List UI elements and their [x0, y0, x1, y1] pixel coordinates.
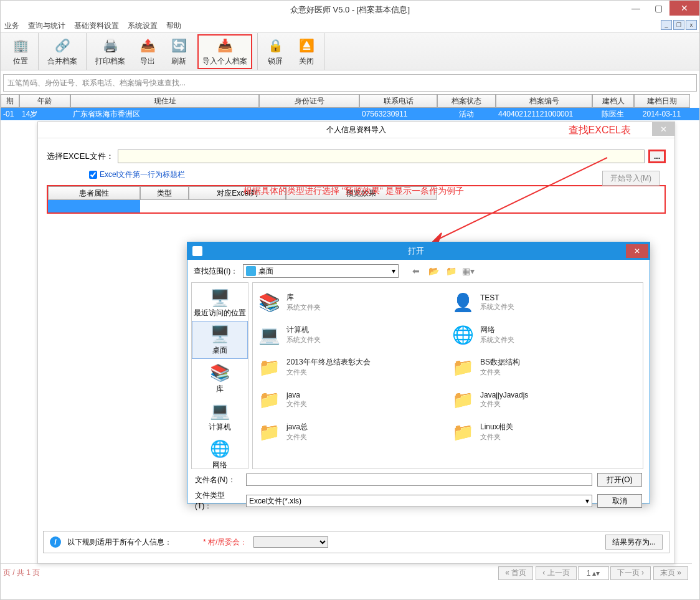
print-icon: 🖨️ [102, 37, 119, 54]
toolbar-lock-button[interactable]: 🔒锁屏 [263, 34, 288, 69]
file-open-titlebar: 打开 ✕ [187, 242, 650, 260]
pager-first-button[interactable]: « 首页 [498, 566, 533, 580]
pager-summary: 页 / 共 1 页 [3, 568, 497, 578]
file-open-dialog: 打开 ✕ 查找范围(I)： 桌面 ▾ ⬅ 📂 📁 ▦▾ 🖥️最近访问的位置 🖥️… [187, 242, 650, 503]
cancel-button[interactable]: 取消 [597, 494, 642, 508]
records-grid-row[interactable]: -01 14岁 广东省珠海市香洲区 07563230911 活动 4404021… [1, 108, 699, 120]
column-address[interactable]: 现住址 [70, 94, 259, 108]
column-creator[interactable]: 建档人 [592, 94, 634, 108]
merge-icon: 🔗 [54, 37, 71, 54]
pager-last-button[interactable]: 末页 » [653, 566, 688, 580]
toolbar-import-button[interactable]: 📥导入个人档案 [197, 34, 252, 69]
folder-icon: 📁 [257, 419, 281, 444]
toolbar-export-button[interactable]: 📤导出 [135, 34, 160, 69]
cell-create-date: 2014-03-11 [634, 108, 690, 120]
spinner-icon: ▴▾ [592, 569, 600, 578]
folder-icon: 📁 [450, 387, 475, 412]
cell-address: 广东省珠海市香洲区 [70, 108, 259, 120]
file-item[interactable]: 💻计算机系统文件夹 [257, 319, 445, 350]
file-item[interactable]: 📚库系统文件夹 [257, 287, 445, 318]
file-item[interactable]: 📁java文件夹 [257, 384, 445, 415]
info-icon: i [50, 536, 61, 548]
cell-age: 14岁 [19, 108, 70, 120]
mapping-col-type[interactable]: 类型 [140, 186, 189, 200]
sidebar-item-libraries[interactable]: 📚库 [192, 360, 248, 397]
column-archive-no[interactable]: 档案编号 [496, 94, 592, 108]
import-dialog-close-button[interactable]: ✕ [652, 122, 674, 136]
network-icon: 🌐 [450, 322, 475, 347]
column-period[interactable]: 期 [1, 94, 19, 108]
pager: 页 / 共 1 页 « 首页 ‹ 上一页 1▴▾ 下一页 › 末页 » [1, 563, 692, 582]
folder-icon: 📁 [257, 387, 281, 412]
quick-search-input[interactable]: 五笔简码、身份证号、联系电话、档案编号快速查找... [3, 74, 697, 92]
lookup-range-label: 查找范围(I)： [194, 266, 238, 277]
column-age[interactable]: 年龄 [19, 94, 70, 108]
pager-next-button[interactable]: 下一页 › [610, 566, 651, 580]
computer-icon: 💻 [209, 401, 231, 421]
file-item[interactable]: 📁Linux相关文件夹 [450, 416, 639, 447]
menu-base-settings[interactable]: 基础资料设置 [74, 21, 119, 31]
lookup-range-combo[interactable]: 桌面 ▾ [243, 264, 399, 278]
toolbar-close-button[interactable]: ⏏️关闭 [294, 34, 319, 69]
browse-excel-button[interactable]: ... [648, 150, 666, 163]
desktop-icon: 🖥️ [209, 324, 231, 344]
folder-icon: 📁 [450, 355, 475, 379]
window-close-button[interactable]: ✕ [669, 1, 699, 16]
menu-system-settings[interactable]: 系统设置 [128, 21, 158, 31]
window-minimize-button[interactable]: — [625, 1, 647, 16]
open-button[interactable]: 打开(O) [597, 473, 642, 487]
nav-views-icon[interactable]: ▦▾ [462, 265, 475, 277]
column-phone[interactable]: 联系电话 [359, 94, 437, 108]
column-idcard[interactable]: 身份证号 [259, 94, 359, 108]
toolbar-print-button[interactable]: 🖨️打印档案 [92, 34, 129, 69]
sidebar-item-desktop[interactable]: 🖥️桌面 [192, 321, 248, 359]
file-item[interactable]: 📁BS数据结构文件夹 [450, 351, 639, 383]
column-status[interactable]: 档案状态 [437, 94, 496, 108]
menu-business[interactable]: 业务 [4, 21, 19, 31]
chevron-down-icon: ▾ [585, 497, 589, 505]
sidebar-item-recent[interactable]: 🖥️最近访问的位置 [192, 285, 248, 320]
file-item[interactable]: 🌐网络系统文件夹 [450, 319, 639, 350]
nav-back-icon[interactable]: ⬅ [410, 265, 422, 277]
save-result-button[interactable]: 结果另存为... [605, 535, 663, 550]
menu-query-stats[interactable]: 查询与统计 [28, 21, 65, 31]
file-item[interactable]: 📁JavajjyJavadjs文件夹 [450, 384, 639, 415]
sidebar-item-computer[interactable]: 💻计算机 [192, 398, 248, 435]
column-create-date[interactable]: 建档日期 [634, 94, 690, 108]
cell-phone: 07563230911 [359, 108, 437, 120]
pager-prev-button[interactable]: ‹ 上一页 [536, 566, 576, 580]
filename-input[interactable] [246, 474, 592, 486]
sidebar-item-network[interactable]: 🌐网络 [192, 436, 248, 473]
filetype-select[interactable]: Excel文件(*.xls)▾ [246, 495, 592, 507]
file-open-close-button[interactable]: ✕ [626, 244, 648, 258]
menu-help[interactable]: 帮助 [166, 21, 181, 31]
menubar: 业务 查询与统计 基础资料设置 系统设置 帮助 _ ❐ x [1, 19, 699, 33]
first-row-header-label: Excel文件第一行为标题栏 [100, 169, 185, 180]
toolbar-location-button[interactable]: 🏢位置 [8, 34, 33, 69]
required-village-label: * 村/居委会： [203, 537, 247, 548]
mdi-close-button[interactable]: x [686, 20, 697, 30]
mapping-col-attribute[interactable]: 患者属性 [48, 186, 140, 200]
toolbar-merge-button[interactable]: 🔗合并档案 [44, 34, 81, 69]
nav-newfolder-icon[interactable]: 📁 [445, 265, 457, 277]
pager-page-input[interactable]: 1▴▾ [578, 566, 609, 580]
records-grid-header: 期 年龄 现住址 身份证号 联系电话 档案状态 档案编号 建档人 建档日期 [1, 94, 699, 108]
mdi-minimize-button[interactable]: _ [661, 20, 672, 30]
file-item[interactable]: 📁java总文件夹 [257, 416, 445, 447]
mdi-restore-button[interactable]: ❐ [673, 20, 684, 30]
file-item[interactable]: 📁2013年年终总结表彰大会文件夹 [257, 351, 445, 383]
window-maximize-button[interactable]: ▢ [647, 1, 669, 16]
folder-icon: 📚 [257, 290, 281, 315]
village-select[interactable] [253, 536, 328, 548]
search-placeholder-text: 五笔简码、身份证号、联系电话、档案编号快速查找... [7, 78, 186, 88]
file-list[interactable]: 📚库系统文件夹 👤TEST系统文件夹 💻计算机系统文件夹 🌐网络系统文件夹 📁2… [252, 282, 643, 469]
lock-icon: 🔒 [267, 37, 284, 54]
nav-up-icon[interactable]: 📂 [427, 265, 440, 277]
location-icon: 🏢 [12, 37, 29, 54]
first-row-header-checkbox[interactable] [89, 171, 97, 179]
file-item[interactable]: 👤TEST系统文件夹 [450, 287, 639, 318]
cell-archive-no: 440402121121000001 [496, 108, 592, 120]
computer-icon: 💻 [257, 322, 281, 347]
toolbar-refresh-button[interactable]: 🔄刷新 [166, 34, 191, 69]
desktop-icon [246, 266, 256, 276]
